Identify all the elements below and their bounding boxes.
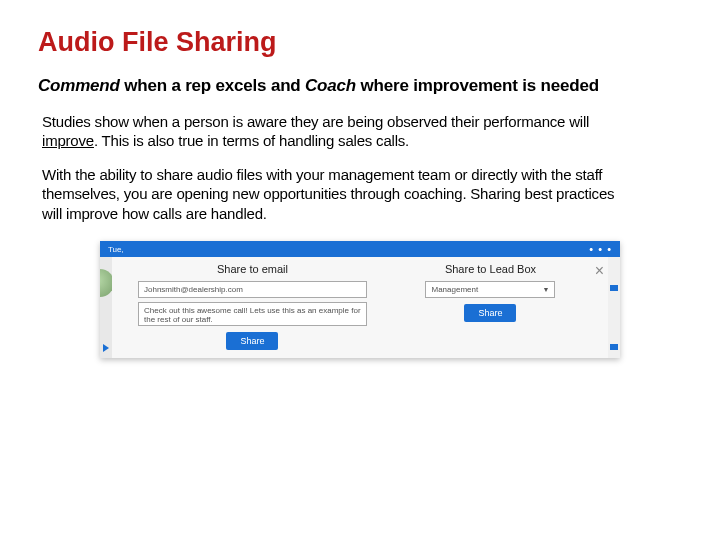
dialog-body: × Share to email Johnsmith@dealership.co… <box>100 257 620 358</box>
share-dialog-screenshot: Tue, • • • × Share to email Johnsmith@de… <box>100 241 620 358</box>
page-title: Audio File Sharing <box>38 28 682 58</box>
subtitle-text-2: where improvement is needed <box>356 76 599 95</box>
email-field[interactable]: Johnsmith@dealership.com <box>138 281 367 298</box>
paragraph-2: With the ability to share audio files wi… <box>42 165 626 224</box>
share-leadbox-button[interactable]: Share <box>464 304 516 322</box>
share-email-title: Share to email <box>217 263 288 275</box>
close-icon[interactable]: × <box>595 263 604 279</box>
para1-b: . This is also true in terms of handling… <box>94 132 409 149</box>
share-leadbox-title: Share to Lead Box <box>445 263 536 275</box>
topbar-date: Tue, <box>108 245 124 254</box>
subtitle: Commend when a rep excels and Coach wher… <box>38 76 682 96</box>
share-email-button[interactable]: Share <box>226 332 278 350</box>
subtitle-text-1: when a rep excels and <box>120 76 305 95</box>
para1-underline: improve <box>42 132 94 149</box>
subtitle-emph-coach: Coach <box>305 76 356 95</box>
share-leadbox-panel: Share to Lead Box Management ▼ Share <box>391 261 590 350</box>
paragraph-1: Studies show when a person is aware they… <box>42 112 626 151</box>
dialog-topbar: Tue, • • • <box>100 241 620 257</box>
leadbox-select[interactable]: Management ▼ <box>425 281 555 298</box>
message-field[interactable]: Check out this awesome call! Lets use th… <box>138 302 367 326</box>
para1-a: Studies show when a person is aware they… <box>42 113 589 130</box>
chevron-down-icon: ▼ <box>543 286 550 293</box>
leadbox-select-value: Management <box>431 285 478 294</box>
topbar-menu-icon[interactable]: • • • <box>589 244 612 255</box>
share-email-panel: Share to email Johnsmith@dealership.com … <box>138 261 367 350</box>
subtitle-emph-commend: Commend <box>38 76 120 95</box>
